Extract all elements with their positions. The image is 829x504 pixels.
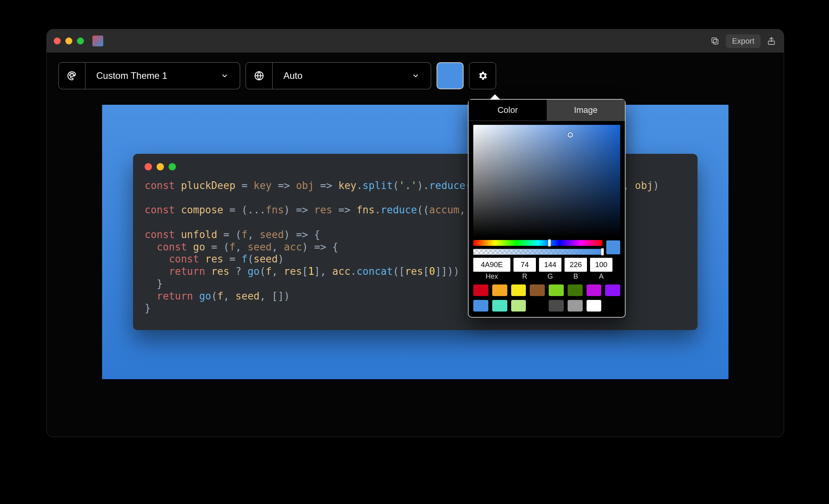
app-window: Export Custom Theme 1 bbox=[46, 29, 784, 437]
picker-tabs: Color Image bbox=[469, 100, 625, 121]
window-minimize-button[interactable] bbox=[65, 37, 72, 44]
tab-image[interactable]: Image bbox=[547, 100, 625, 121]
tab-color[interactable]: Color bbox=[469, 100, 547, 121]
svg-point-3 bbox=[70, 75, 70, 75]
alpha-thumb[interactable] bbox=[601, 248, 604, 255]
preset-swatch[interactable] bbox=[587, 284, 602, 296]
preset-swatch[interactable] bbox=[530, 284, 545, 296]
a-label: A bbox=[590, 272, 612, 281]
preset-swatch[interactable] bbox=[568, 300, 583, 312]
preset-swatch[interactable] bbox=[511, 284, 526, 296]
svg-point-4 bbox=[71, 73, 72, 74]
saturation-value-panel[interactable] bbox=[473, 125, 620, 237]
palette-icon bbox=[67, 70, 77, 81]
language-globe-button[interactable] bbox=[246, 62, 273, 89]
preset-swatch[interactable] bbox=[492, 284, 507, 296]
color-inputs bbox=[473, 258, 620, 272]
traffic-light-green-icon bbox=[169, 163, 176, 170]
b-label: B bbox=[565, 272, 587, 281]
preset-swatches bbox=[473, 284, 620, 312]
r-label: R bbox=[513, 272, 536, 281]
hue-thumb[interactable] bbox=[548, 239, 551, 247]
svg-point-6 bbox=[73, 75, 74, 75]
preview-canvas: const pluckDeep = key => obj => key.spli… bbox=[72, 105, 759, 416]
current-color-swatch bbox=[606, 240, 620, 254]
theme-palette-button[interactable] bbox=[58, 62, 85, 89]
settings-button[interactable] bbox=[469, 62, 496, 89]
theme-select[interactable]: Custom Theme 1 bbox=[85, 62, 240, 89]
hue-slider[interactable] bbox=[473, 240, 602, 246]
traffic-light-red-icon bbox=[145, 163, 152, 170]
preset-swatch[interactable] bbox=[530, 300, 545, 312]
chevron-down-icon bbox=[411, 72, 420, 80]
preset-swatch[interactable] bbox=[473, 284, 488, 296]
a-input[interactable] bbox=[590, 258, 612, 272]
traffic-light-yellow-icon bbox=[157, 163, 164, 170]
titlebar: Export bbox=[47, 29, 784, 53]
svg-rect-1 bbox=[712, 38, 716, 43]
app-icon bbox=[92, 36, 103, 46]
color-picker-popover: Color Image bbox=[468, 99, 626, 318]
theme-select-value: Custom Theme 1 bbox=[96, 70, 167, 81]
export-button[interactable]: Export bbox=[726, 34, 761, 48]
preset-swatch[interactable] bbox=[473, 300, 488, 312]
language-select[interactable]: Auto bbox=[273, 62, 431, 89]
gear-icon bbox=[477, 70, 488, 81]
b-input[interactable] bbox=[565, 258, 587, 272]
language-select-value: Auto bbox=[283, 70, 302, 81]
preset-swatch[interactable] bbox=[568, 284, 583, 296]
preset-swatch[interactable] bbox=[549, 284, 564, 296]
alpha-slider[interactable] bbox=[473, 249, 602, 255]
window-controls bbox=[54, 37, 84, 44]
sv-thumb[interactable] bbox=[568, 132, 573, 138]
hex-label: Hex bbox=[473, 272, 510, 281]
g-label: G bbox=[539, 272, 561, 281]
preset-swatch[interactable] bbox=[511, 300, 526, 312]
globe-icon bbox=[254, 70, 264, 81]
r-input[interactable] bbox=[513, 258, 536, 272]
hex-input[interactable] bbox=[473, 258, 510, 272]
share-icon[interactable] bbox=[766, 36, 777, 46]
preset-swatch[interactable] bbox=[492, 300, 507, 312]
svg-rect-0 bbox=[713, 39, 718, 44]
g-input[interactable] bbox=[539, 258, 561, 272]
window-close-button[interactable] bbox=[54, 37, 61, 44]
window-zoom-button[interactable] bbox=[77, 37, 84, 44]
copy-icon[interactable] bbox=[710, 36, 720, 46]
toolbar: Custom Theme 1 Auto bbox=[58, 62, 496, 89]
svg-point-5 bbox=[72, 73, 73, 74]
preset-swatch[interactable] bbox=[549, 300, 564, 312]
background-color-swatch[interactable] bbox=[437, 62, 464, 89]
chevron-down-icon bbox=[220, 72, 229, 80]
preset-swatch[interactable] bbox=[605, 284, 620, 296]
preset-swatch[interactable] bbox=[587, 300, 602, 312]
background-card[interactable]: const pluckDeep = key => obj => key.spli… bbox=[102, 105, 728, 379]
